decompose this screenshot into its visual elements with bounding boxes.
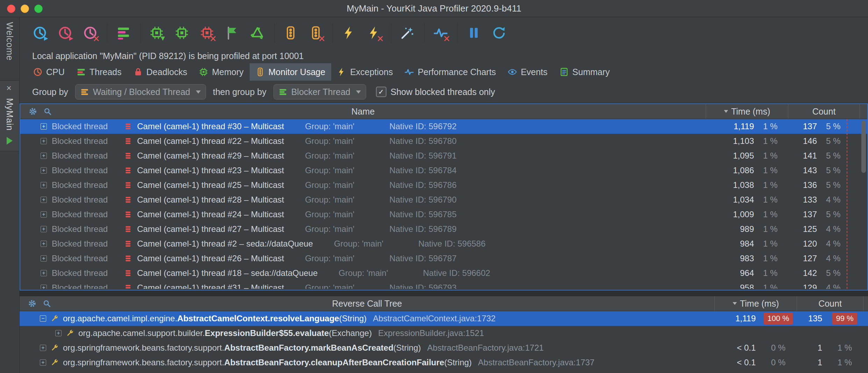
table-row[interactable]: Blocked thread Camel (camel-1) thread #2… [20, 236, 867, 251]
then-group-by-dropdown[interactable]: Blocker Thread [273, 84, 366, 100]
search-icon[interactable] [43, 107, 52, 116]
generation-flag-icon[interactable] [225, 25, 240, 40]
table-row[interactable]: Blocked thread Camel (camel-1) thread #2… [20, 178, 867, 192]
tab-monitor-usage[interactable]: Monitor Usage [250, 63, 332, 81]
zoom-window-button[interactable] [34, 5, 43, 13]
expand-icon[interactable] [55, 330, 62, 336]
tab-summary[interactable]: Summary [554, 63, 616, 81]
method-icon [50, 344, 59, 352]
start-monitor-profiling-icon[interactable] [284, 25, 298, 40]
blocked-thread-icon [124, 167, 132, 174]
gear-icon[interactable] [29, 107, 37, 116]
stop-exception-profiling-icon[interactable] [367, 25, 382, 40]
expand-icon[interactable] [41, 211, 47, 218]
checkbox-icon [376, 87, 386, 97]
inspections-icon[interactable] [400, 25, 415, 40]
start-cpu-sampling-icon[interactable] [33, 25, 48, 40]
column-header-time[interactable]: Time (ms) [706, 104, 788, 119]
session-tab-mymain[interactable]: MyMain [0, 80, 19, 152]
table-row[interactable]: Blocked thread Camel (camel-1) thread #1… [20, 266, 867, 280]
expand-icon[interactable] [41, 197, 47, 203]
expand-icon[interactable] [41, 285, 47, 289]
stop-monitor-profiling-icon[interactable] [309, 25, 323, 40]
then-group-by-label: then group by [213, 87, 266, 97]
blocked-thread-icon [124, 269, 132, 277]
window-controls [7, 5, 43, 13]
tab-cpu[interactable]: CPU [27, 63, 71, 81]
chevron-down-icon [196, 90, 201, 94]
tab-events[interactable]: Events [502, 63, 553, 81]
table-row[interactable]: Blocked thread Camel (camel-1) thread #2… [20, 207, 867, 222]
column-header-time[interactable]: Time (ms) [714, 296, 797, 311]
tree-row[interactable]: org.apache.camel.support.builder.Express… [20, 326, 868, 341]
expand-icon[interactable] [41, 123, 47, 130]
expand-icon[interactable] [41, 255, 47, 262]
show-blocked-threads-checkbox[interactable]: Show blocked threads only [376, 87, 495, 97]
collapse-icon[interactable] [40, 315, 46, 322]
tab-memory[interactable]: Memory [193, 63, 249, 81]
stop-allocation-recording-icon[interactable] [200, 25, 215, 40]
start-cpu-tracing-icon[interactable] [58, 25, 73, 40]
gear-icon[interactable] [28, 299, 36, 308]
minimize-window-button[interactable] [21, 5, 29, 13]
table-row[interactable]: Blocked thread Camel (camel-1) thread #2… [20, 192, 867, 207]
blocked-thread-icon [124, 255, 132, 262]
column-header-name[interactable]: Name [351, 107, 375, 117]
threshold-line [847, 119, 847, 289]
memory-snapshot-icon[interactable] [175, 25, 190, 40]
refresh-icon[interactable] [492, 25, 507, 40]
blocked-thread-icon [124, 181, 132, 189]
expand-icon[interactable] [41, 167, 47, 174]
close-window-button[interactable] [7, 5, 15, 13]
thread-profiling-icon[interactable] [116, 25, 131, 40]
close-icon[interactable] [6, 85, 13, 92]
status-text: Local application "MyMain" (PID 89212) i… [32, 51, 304, 61]
table-row[interactable]: Blocked thread Camel (camel-1) thread #2… [20, 222, 867, 236]
welcome-tab[interactable]: Welcome [0, 17, 19, 61]
column-header-count[interactable]: Count [797, 296, 863, 311]
pause-icon[interactable] [467, 25, 482, 40]
expand-icon[interactable] [40, 359, 46, 366]
search-icon[interactable] [43, 299, 51, 308]
tab-performance-charts[interactable]: Performance Charts [399, 63, 502, 81]
column-header-count[interactable]: Count [788, 104, 860, 119]
stop-cpu-profiling-icon[interactable] [83, 25, 98, 40]
tree-row[interactable]: org.apache.camel.impl.engine.AbstractCam… [20, 311, 868, 326]
tab-exceptions[interactable]: Exceptions [331, 63, 399, 81]
tab-deadlocks[interactable]: Deadlocks [128, 63, 193, 81]
table-row[interactable]: Blocked thread Camel (camel-1) thread #2… [20, 134, 867, 148]
group-by-dropdown[interactable]: Waiting / Blocked Thread [75, 84, 206, 100]
start-exception-profiling-icon[interactable] [342, 25, 357, 40]
titlebar: MyMain - YourKit Java Profiler 2020.9-b4… [0, 0, 868, 17]
method-icon [66, 329, 74, 337]
clear-charts-icon[interactable] [434, 25, 448, 40]
panel-splitter[interactable] [20, 291, 868, 296]
table-row[interactable]: Blocked thread Camel (camel-1) thread #3… [20, 280, 867, 289]
tab-threads[interactable]: Threads [71, 63, 128, 81]
expand-icon[interactable] [41, 138, 47, 144]
expand-icon[interactable] [41, 270, 47, 276]
view-tabs: CPU Threads Deadlocks Memory [20, 63, 868, 81]
table-row[interactable]: Blocked thread Camel (camel-1) thread #2… [20, 251, 867, 266]
table-row[interactable]: Blocked thread Camel (camel-1) thread #2… [20, 148, 867, 163]
table-row[interactable]: Blocked thread Camel (camel-1) thread #2… [20, 163, 867, 178]
vertical-scrollbar[interactable] [861, 120, 866, 173]
call-tree-body: org.apache.camel.impl.engine.AbstractCam… [20, 311, 868, 373]
expand-icon[interactable] [41, 182, 47, 188]
play-icon [7, 137, 13, 145]
start-allocation-recording-icon[interactable] [150, 25, 164, 40]
expand-icon[interactable] [41, 241, 47, 247]
expand-icon[interactable] [40, 345, 46, 351]
status-line: Local application "MyMain" (PID 89212) i… [20, 49, 868, 63]
tree-row[interactable]: org.springframework.beans.factory.suppor… [20, 355, 868, 370]
expand-icon[interactable] [41, 153, 47, 159]
blocked-thread-icon [124, 240, 132, 248]
blocked-thread-icon [124, 123, 132, 130]
blocked-thread-icon [124, 211, 132, 218]
method-icon [50, 314, 59, 323]
force-gc-icon[interactable] [250, 25, 265, 40]
tree-row[interactable]: org.springframework.beans.factory.suppor… [20, 341, 868, 355]
expand-icon[interactable] [41, 226, 47, 232]
table-row[interactable]: Blocked thread Camel (camel-1) thread #3… [20, 119, 867, 134]
blocked-thread-icon [124, 152, 132, 160]
